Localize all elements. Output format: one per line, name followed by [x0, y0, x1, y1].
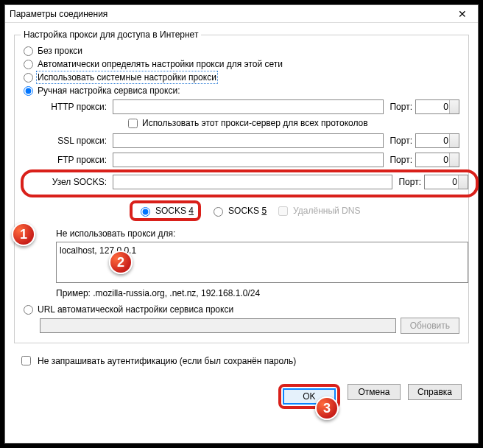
help-button[interactable]: Справка: [408, 384, 462, 400]
annotation-badge-3: 3: [315, 396, 339, 420]
socks-port-label: Порт:: [398, 177, 421, 187]
radio-system-input[interactable]: [24, 73, 33, 83]
proxy-table: HTTP прокси: Порт: Использовать этот про…: [40, 99, 459, 298]
dialog-window: Параметры соединения ✕ Настройка прокси …: [4, 4, 479, 444]
socks-version-row: SOCKS 4 SOCKS 5 Удалённый DNS: [130, 200, 459, 221]
radio-auto-url-label: URL автоматической настройки сервиса про…: [38, 304, 233, 315]
no-auth-label: Не запрашивать аутентификацию (если был …: [38, 356, 296, 366]
radio-system[interactable]: Использовать системные настройки прокси: [24, 72, 459, 83]
refresh-button: Обновить: [401, 318, 459, 334]
radio-manual-input[interactable]: [24, 86, 33, 96]
use-for-all-checkbox[interactable]: [128, 119, 138, 128]
radio-socks5-label: SOCKS 5: [228, 206, 267, 216]
annotation-highlight-2: SOCKS 4: [130, 200, 201, 221]
ftp-input[interactable]: [113, 153, 384, 167]
radio-socks5[interactable]: SOCKS 5: [210, 205, 267, 217]
ftp-row: FTP прокси: Порт:: [40, 152, 459, 168]
http-port-label: Порт:: [389, 102, 412, 112]
socks-label: Узел SOCKS:: [40, 177, 110, 187]
radio-auto-detect[interactable]: Автоматически определять настройки прокс…: [24, 59, 459, 69]
ssl-row: SSL прокси: Порт:: [40, 133, 459, 149]
remote-dns: Удалённый DNS: [275, 204, 360, 218]
http-label: HTTP прокси:: [40, 102, 110, 112]
use-for-all-label: Использовать этот прокси-сервер для всех…: [142, 118, 368, 128]
http-row: HTTP прокси: Порт:: [40, 99, 459, 115]
auto-url-input: [40, 318, 396, 333]
noproxy-example: Пример: .mozilla-russia.org, .net.nz, 19…: [56, 288, 459, 298]
remote-dns-checkbox: [278, 206, 288, 216]
ssl-label: SSL прокси:: [40, 136, 110, 146]
ftp-label: FTP прокси:: [40, 155, 110, 165]
radio-no-proxy-label: Без прокси: [38, 46, 82, 56]
radio-auto-detect-label: Автоматически определять настройки прокс…: [38, 59, 283, 69]
radio-socks5-input[interactable]: [214, 207, 223, 217]
annotation-badge-1: 1: [12, 223, 35, 246]
close-icon[interactable]: ✕: [451, 7, 473, 21]
no-auth-checkbox[interactable]: [21, 356, 31, 365]
radio-manual[interactable]: Ручная настройка сервиса прокси:: [24, 85, 459, 96]
noproxy-label: Не использовать прокси для:: [56, 228, 459, 239]
radio-no-proxy[interactable]: Без прокси: [24, 46, 459, 56]
dialog-buttons: OK Отмена Справка: [14, 384, 462, 409]
socks-port-input[interactable]: [424, 175, 468, 189]
ssl-input[interactable]: [113, 133, 384, 148]
radio-auto-url-input[interactable]: [24, 305, 33, 315]
ssl-port-input[interactable]: [415, 133, 459, 148]
radio-no-proxy-input[interactable]: [24, 46, 33, 56]
use-for-all-row[interactable]: Использовать этот прокси-сервер для всех…: [128, 118, 459, 128]
remote-dns-label: Удалённый DNS: [293, 206, 360, 216]
http-input[interactable]: [113, 99, 384, 114]
radio-manual-label: Ручная настройка сервиса прокси:: [38, 85, 180, 96]
radio-auto-detect-input[interactable]: [24, 60, 33, 69]
radio-socks4[interactable]: SOCKS 4: [137, 205, 194, 217]
cancel-button[interactable]: Отмена: [348, 384, 401, 400]
ftp-port-label: Порт:: [389, 155, 412, 165]
http-port-input[interactable]: [415, 99, 459, 114]
socks-highlight-row: Узел SOCKS: Порт:: [22, 171, 477, 196]
auto-url-row: Обновить: [40, 318, 459, 334]
radio-auto-url[interactable]: URL автоматической настройки сервиса про…: [24, 304, 459, 315]
radio-socks4-input[interactable]: [141, 207, 150, 217]
ssl-port-label: Порт:: [389, 136, 412, 146]
annotation-badge-2: 2: [109, 251, 133, 274]
radio-system-label: Использовать системные настройки прокси: [38, 72, 216, 83]
dialog-content: Настройка прокси для доступа в Интернет …: [5, 23, 478, 415]
socks-row: Узел SOCKS: Порт:: [40, 174, 468, 190]
group-legend: Настройка прокси для доступа в Интернет: [21, 29, 201, 40]
radio-socks4-label: SOCKS 4: [155, 206, 194, 216]
ftp-port-input[interactable]: [415, 153, 459, 167]
no-auth-row[interactable]: Не запрашивать аутентификацию (если был …: [18, 354, 469, 368]
proxy-groupbox: Настройка прокси для доступа в Интернет …: [14, 35, 469, 343]
window-title: Параметры соединения: [10, 9, 107, 19]
titlebar: Параметры соединения ✕: [5, 5, 478, 23]
socks-input[interactable]: [113, 175, 392, 189]
